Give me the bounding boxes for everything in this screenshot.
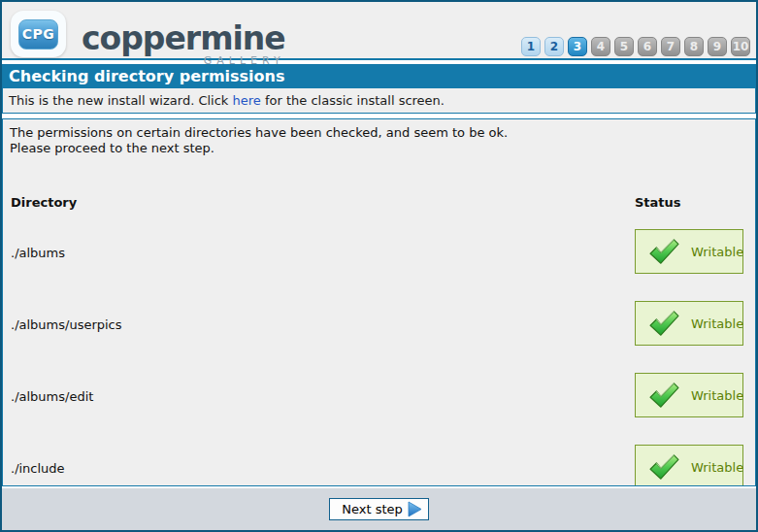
column-header-directory: Directory	[10, 195, 635, 210]
page-title: Checking directory permissions	[3, 65, 755, 88]
brand-name: coppermine	[82, 24, 285, 53]
permissions-table: ./albums Writable	[10, 216, 749, 486]
install-wizard-page: { "header": { "logo_abbr": "CPG", "brand…	[0, 0, 758, 532]
main-content: The permissions on certain directories h…	[2, 118, 756, 486]
status-badge: Writable	[635, 301, 743, 346]
table-row: ./albums Writable	[10, 216, 749, 287]
status-badge: Writable	[635, 373, 743, 417]
directory-path: ./include	[11, 461, 65, 476]
step-2: 2	[544, 37, 564, 56]
step-4: 4	[591, 37, 610, 56]
title-section: Checking directory permissions This is t…	[2, 64, 756, 114]
cpg-logo-abbr: CPG	[18, 19, 58, 50]
brand-wordmark: coppermine GALLERY	[82, 24, 285, 67]
step-5: 5	[614, 37, 634, 56]
logo: CPG coppermine GALLERY	[2, 2, 285, 58]
status-badge: Writable	[635, 229, 743, 274]
directory-path: ./albums/userpics	[11, 317, 122, 332]
directory-path: ./albums	[11, 246, 65, 260]
cpg-logo-icon: CPG	[11, 11, 66, 57]
status-label: Writable	[691, 388, 743, 403]
check-icon	[648, 311, 680, 337]
table-header: Directory Status	[10, 195, 749, 210]
info-bar: This is the new install wizard. Click he…	[3, 88, 755, 113]
step-8: 8	[684, 37, 704, 56]
info-text-pre: This is the new install wizard. Click	[9, 93, 233, 108]
table-row: ./include Writable	[10, 431, 749, 486]
next-step-label: Next step	[342, 502, 403, 516]
next-arrow-icon	[408, 501, 422, 517]
step-6: 6	[638, 37, 657, 56]
step-7: 7	[661, 37, 680, 56]
intro-line-1: The permissions on certain directories h…	[10, 125, 749, 141]
header: CPG coppermine GALLERY 12345678910	[2, 2, 756, 60]
intro-line-2: Please proceed to the next step.	[10, 141, 749, 156]
check-icon	[648, 454, 680, 481]
check-icon	[648, 239, 680, 265]
step-indicator: 12345678910	[521, 37, 750, 56]
status-label: Writable	[691, 460, 743, 475]
directory-path: ./albums/edit	[11, 389, 93, 404]
table-row: ./albums/userpics Writable	[10, 287, 749, 359]
status-badge: Writable	[635, 445, 743, 486]
footer: Next step	[2, 488, 756, 530]
classic-install-link[interactable]: here	[233, 93, 261, 108]
step-1: 1	[521, 37, 541, 56]
step-9: 9	[708, 37, 727, 56]
step-3: 3	[568, 37, 587, 56]
step-10: 10	[731, 37, 750, 56]
table-row: ./albums/edit Writable	[10, 359, 749, 431]
info-text-post: for the classic install screen.	[261, 93, 445, 108]
next-step-button[interactable]: Next step	[329, 498, 429, 520]
column-header-status: Status	[635, 195, 749, 210]
check-icon	[648, 382, 680, 409]
status-label: Writable	[691, 245, 743, 259]
status-label: Writable	[691, 316, 743, 331]
